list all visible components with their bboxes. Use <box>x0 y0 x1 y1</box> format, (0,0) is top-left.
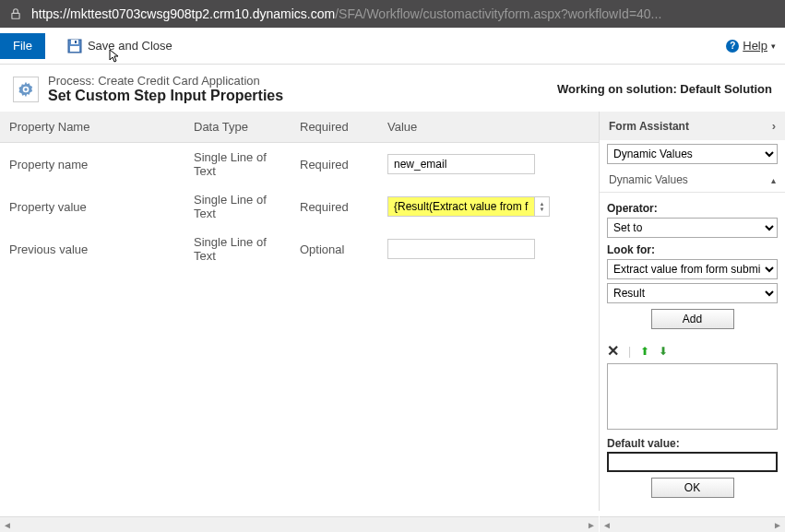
prop-required: Required <box>291 143 378 186</box>
help-menu[interactable]: ? Help ▾ <box>726 39 776 53</box>
collapse-icon: ▴ <box>771 175 776 185</box>
lock-icon <box>9 7 22 20</box>
save-and-close-button[interactable]: Save and Close <box>62 36 178 56</box>
address-bar: https://mkttest0703cwsg908tp2.crm10.dyna… <box>0 0 785 28</box>
chevron-right-icon: › <box>772 119 776 133</box>
help-label: Help <box>743 39 767 53</box>
col-required[interactable]: Required <box>291 112 378 143</box>
command-bar: File Save and Close ? Help ▾ <box>0 28 785 65</box>
prop-type: Single Line of Text <box>184 185 291 228</box>
ok-button[interactable]: OK <box>651 478 734 498</box>
col-property-name[interactable]: Property Name <box>0 112 184 143</box>
col-data-type[interactable]: Data Type <box>184 112 291 143</box>
chevron-down-icon: ▾ <box>771 41 776 51</box>
form-assistant-header[interactable]: Form Assistant › <box>600 112 785 140</box>
properties-panel: Property Name Data Type Required Value P… <box>0 112 599 511</box>
page-header: Process: Create Credit Card Application … <box>0 65 785 112</box>
file-menu-button[interactable]: File <box>0 33 45 59</box>
process-icon <box>13 77 39 102</box>
svg-rect-3 <box>75 41 77 43</box>
svg-rect-0 <box>12 13 19 18</box>
value-input[interactable] <box>387 154 535 174</box>
process-name: Process: Create Credit Card Application <box>48 74 548 88</box>
left-scrollbar[interactable]: ◄ ► <box>0 516 599 532</box>
url-text: https://mkttest0703cwsg908tp2.crm10.dyna… <box>31 6 661 21</box>
lookfor-label: Look for: <box>607 243 778 256</box>
default-value-label: Default value: <box>600 430 785 452</box>
prop-required: Optional <box>291 228 378 270</box>
default-value-input[interactable] <box>607 452 778 472</box>
lookfor-attribute-select[interactable]: Result <box>607 283 778 303</box>
scroll-left-icon[interactable]: ◄ <box>0 517 15 532</box>
table-row: Property valueSingle Line of TextRequire… <box>0 185 599 228</box>
value-input[interactable] <box>387 196 535 217</box>
move-down-icon[interactable]: ⬇ <box>659 345 668 358</box>
move-up-icon[interactable]: ⬆ <box>640 345 649 358</box>
prop-name: Previous value <box>0 228 184 270</box>
prop-name: Property value <box>0 185 184 228</box>
values-listbox[interactable] <box>607 363 778 430</box>
add-button[interactable]: Add <box>651 309 734 329</box>
table-row: Previous valueSingle Line of TextOptiona… <box>0 228 599 270</box>
dynamic-values-section[interactable]: Dynamic Values ▴ <box>600 168 785 193</box>
spin-buttons[interactable]: ▲▼ <box>535 196 550 217</box>
save-icon <box>67 39 82 53</box>
page-title: Set Custom Step Input Properties <box>48 88 548 104</box>
prop-type: Single Line of Text <box>184 143 291 186</box>
form-assistant-panel: Form Assistant › Dynamic Values Dynamic … <box>599 112 785 511</box>
prop-name: Property name <box>0 143 184 186</box>
dynamic-values-select[interactable]: Dynamic Values <box>607 144 778 164</box>
help-icon: ? <box>726 40 739 53</box>
properties-table: Property Name Data Type Required Value P… <box>0 112 599 270</box>
lookfor-entity-select[interactable]: Extract value from form submission <box>607 259 778 279</box>
table-row: Property nameSingle Line of TextRequired <box>0 143 599 186</box>
right-scrollbar[interactable]: ◄ ► <box>600 516 785 532</box>
svg-point-7 <box>24 88 27 90</box>
value-input[interactable] <box>387 239 535 259</box>
prop-required: Required <box>291 185 378 228</box>
remove-icon[interactable]: ✕ <box>607 342 619 360</box>
scroll-right-icon[interactable]: ► <box>770 517 785 532</box>
scroll-right-icon[interactable]: ► <box>584 517 599 532</box>
save-and-close-label: Save and Close <box>88 39 172 53</box>
scroll-left-icon[interactable]: ◄ <box>600 517 614 532</box>
operator-label: Operator: <box>607 202 778 215</box>
prop-type: Single Line of Text <box>184 228 291 270</box>
svg-rect-4 <box>70 46 79 52</box>
col-value[interactable]: Value <box>378 112 599 143</box>
solution-label: Working on solution: Default Solution <box>557 82 772 96</box>
operator-select[interactable]: Set to <box>607 218 778 238</box>
